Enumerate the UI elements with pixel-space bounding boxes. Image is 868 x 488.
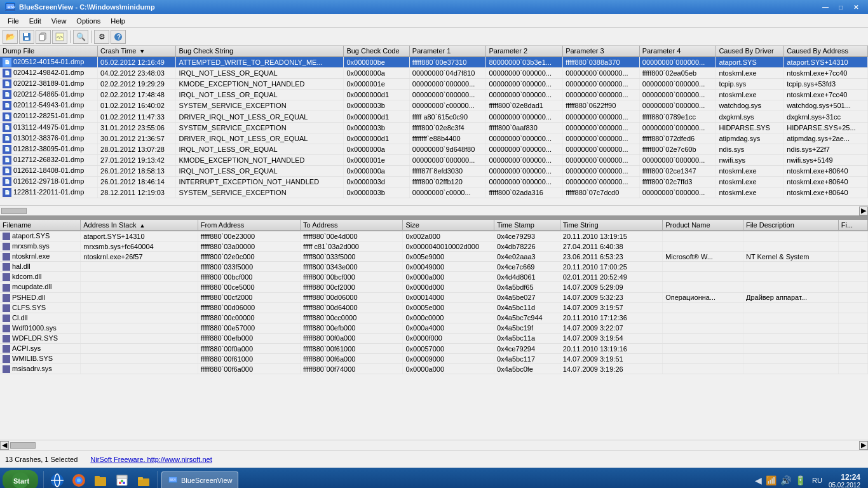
start-button[interactable]: Start xyxy=(3,470,38,488)
th-time-string[interactable]: Time String xyxy=(560,220,662,231)
th-param2[interactable]: Parameter 2 xyxy=(486,46,563,57)
file-cell-4: 0x0005e000 xyxy=(403,302,494,313)
th-from-address[interactable]: From Address xyxy=(198,220,300,231)
th-time-stamp[interactable]: Time Stamp xyxy=(494,220,560,231)
th-dump-file[interactable]: Dump File xyxy=(0,46,98,57)
close-button[interactable]: ✕ xyxy=(849,1,863,13)
table-row[interactable]: 📄020412-49842-01.dmp04.02.2012 23:48:03I… xyxy=(0,68,868,79)
table-row[interactable]: 📄020112-28251-01.dmp01.02.2012 11:47:33D… xyxy=(0,111,868,122)
list-item[interactable]: mcupdate.dllfffff880`00ce5000fffff880`00… xyxy=(0,282,868,292)
toolbar-btn-options[interactable]: ⚙ xyxy=(94,30,109,44)
toolbar-btn-open[interactable]: 📂 xyxy=(3,30,18,44)
nirsoft-link[interactable]: NirSoft Freeware. http://www.nirsoft.net xyxy=(90,456,212,463)
list-item[interactable]: ataport.SYSataport.SYS+14310fffff880`00e… xyxy=(0,231,868,241)
menu-item-help[interactable]: Help xyxy=(105,16,130,26)
list-item[interactable]: Cl.dllfffff880`00c00000fffff880`00cc0000… xyxy=(0,313,868,323)
file-details-pane: Filename Address In Stack ▲ From Address… xyxy=(0,220,868,450)
minimize-button[interactable]: — xyxy=(818,1,832,13)
table-row[interactable]: 📄020112-54943-01.dmp01.02.2012 16:40:02S… xyxy=(0,100,868,111)
clock[interactable]: 12:24 05.02.2012 xyxy=(829,473,860,489)
scroll-left-btn2[interactable]: ◀ xyxy=(0,441,9,450)
menu-item-edit[interactable]: Edit xyxy=(24,16,46,26)
th-to-address[interactable]: To Address xyxy=(301,220,403,231)
list-item[interactable]: mrxsmb.sysmrxsmb.sys+fc640004fffff880`03… xyxy=(0,241,868,252)
toolbar-btn-help[interactable]: ? xyxy=(111,30,126,44)
th-param3[interactable]: Parameter 3 xyxy=(563,46,640,57)
table-row[interactable]: 📄020212-54865-01.dmp02.02.2012 17:48:48I… xyxy=(0,90,868,100)
table-row[interactable]: 📄012612-18408-01.dmp26.01.2012 18:58:13I… xyxy=(0,165,868,176)
menu-item-view[interactable]: View xyxy=(46,16,72,26)
th-size[interactable]: Size xyxy=(403,220,494,231)
tray-arrow-icon[interactable]: ◀ xyxy=(755,475,762,485)
table-row[interactable]: 📄020212-38189-01.dmp02.02.2012 19:29:29K… xyxy=(0,79,868,90)
th-param1[interactable]: Parameter 1 xyxy=(409,46,486,57)
taskbar-paint-btn[interactable] xyxy=(112,471,132,488)
file-cell-1 xyxy=(81,323,198,333)
list-item[interactable]: PSHED.dllfffff880`00cf2000fffff880`00d06… xyxy=(0,292,868,302)
table-row[interactable]: 📄013012-38376-01.dmp30.01.2012 21:36:57D… xyxy=(0,133,868,144)
crash-table-wrapper[interactable]: Dump File Crash Time ▼ Bug Check String … xyxy=(0,46,868,205)
file-cell-3: fffff800`033f5000 xyxy=(301,252,403,262)
file-cell-2: fffff880`00c00000 xyxy=(198,313,300,323)
tray-battery-icon[interactable]: 🔋 xyxy=(795,475,806,485)
crash-cell-9: ntoskrnl.exe+80640 xyxy=(784,177,868,187)
toolbar-btn-save[interactable] xyxy=(19,30,34,44)
file-table-header: Filename Address In Stack ▲ From Address… xyxy=(0,220,868,231)
clock-time: 12:24 xyxy=(829,473,860,482)
toolbar-btn-html[interactable]: </> xyxy=(52,30,67,44)
list-item[interactable]: WMILIB.SYSfffff880`00f61000fffff880`00f6… xyxy=(0,354,868,364)
tray-network-icon[interactable]: 📶 xyxy=(766,475,776,485)
taskbar-ie-btn[interactable] xyxy=(48,471,67,488)
taskbar-files-btn[interactable] xyxy=(91,471,110,488)
list-item[interactable]: WDFLDR.SYSfffff880`00efb000fffff880`00f0… xyxy=(0,333,868,343)
taskbar-firefox-btn[interactable] xyxy=(69,471,88,488)
th-caused-by-address[interactable]: Caused By Address xyxy=(784,46,868,57)
table-row[interactable]: 📄012612-29718-01.dmp26.01.2012 18:46:14I… xyxy=(0,177,868,187)
list-item[interactable]: msisadrv.sysfffff880`00f6a000fffff880`00… xyxy=(0,364,868,374)
toolbar-btn-copy[interactable] xyxy=(36,30,51,44)
tray-lang[interactable]: RU xyxy=(810,477,825,484)
file-cell-5: 0x4a5be027 xyxy=(494,292,560,302)
list-item[interactable]: Wdf01000.sysfffff880`00e57000fffff880`00… xyxy=(0,323,868,333)
file-scrollbar-h[interactable]: ◀ ▶ xyxy=(0,440,868,450)
th-bug-check-code[interactable]: Bug Check Code xyxy=(344,46,409,57)
taskbar-folder-btn[interactable] xyxy=(134,471,153,488)
tray-volume-icon[interactable]: 🔊 xyxy=(780,475,791,485)
th-file-description[interactable]: File Description xyxy=(743,220,838,231)
th-address-in-stack[interactable]: Address In Stack ▲ xyxy=(81,220,198,231)
menu-item-options[interactable]: Options xyxy=(71,16,105,26)
crash-cell-7: fffff880`072dfed6 xyxy=(639,133,716,144)
table-row[interactable]: 📄122811-22011-01.dmp28.12.2011 12:19:03S… xyxy=(0,187,868,198)
taskbar-bsv-active[interactable]: BSV BlueScreenView xyxy=(161,471,238,488)
file-cell-0: ntoskrnl.exe xyxy=(0,252,81,262)
scroll-right-btn2[interactable]: ▶ xyxy=(859,441,868,450)
th-bug-check-string[interactable]: Bug Check String xyxy=(176,46,344,57)
scroll-thumb-h[interactable] xyxy=(1,208,27,214)
th-product-name[interactable]: Product Name xyxy=(663,220,743,231)
table-row[interactable]: 📄013112-44975-01.dmp31.01.2012 23:55:06S… xyxy=(0,122,868,133)
maximize-button[interactable]: □ xyxy=(834,1,848,13)
file-cell-2: fffff880`00ce5000 xyxy=(198,282,300,292)
table-row[interactable]: 📄012712-26832-01.dmp27.01.2012 19:13:42K… xyxy=(0,154,868,165)
list-item[interactable]: hal.dllfffff800`033f5000fffff800`0343e00… xyxy=(0,262,868,272)
toolbar-btn-search[interactable]: 🔍 xyxy=(73,30,88,44)
svg-rect-2 xyxy=(5,10,15,11)
crash-scrollbar-h[interactable]: ▶ xyxy=(0,205,868,215)
menu-item-file[interactable]: File xyxy=(3,16,24,26)
crash-cell-9: ntoskrnl.exe+80640 xyxy=(784,165,868,176)
th-filename[interactable]: Filename xyxy=(0,220,81,231)
th-fi[interactable]: Fi... xyxy=(838,220,867,231)
th-caused-by-driver[interactable]: Caused By Driver xyxy=(716,46,784,57)
crash-cell-5: fffff800`02e8dad1 xyxy=(486,100,563,111)
list-item[interactable]: ntoskrnl.exentoskrnl.exe+26f57fffff800`0… xyxy=(0,252,868,262)
scroll-right-btn[interactable]: ▶ xyxy=(859,207,868,215)
list-item[interactable]: CLFS.SYSfffff880`00d06000fffff880`00d640… xyxy=(0,302,868,313)
list-item[interactable]: ACPI.sysfffff880`00f0a000fffff880`00f610… xyxy=(0,344,868,354)
th-param4[interactable]: Parameter 4 xyxy=(639,46,716,57)
scroll-thumb-h2[interactable] xyxy=(10,442,36,449)
th-crash-time[interactable]: Crash Time ▼ xyxy=(98,46,176,57)
table-row[interactable]: 📄012812-38095-01.dmp28.01.2012 13:07:28I… xyxy=(0,144,868,154)
file-table-wrapper[interactable]: Filename Address In Stack ▲ From Address… xyxy=(0,220,868,440)
table-row[interactable]: 📄020512-40154-01.dmp05.02.2012 12:16:49A… xyxy=(0,57,868,68)
list-item[interactable]: kdcom.dllfffff800`00bcf000fffff800`00bcf… xyxy=(0,272,868,282)
